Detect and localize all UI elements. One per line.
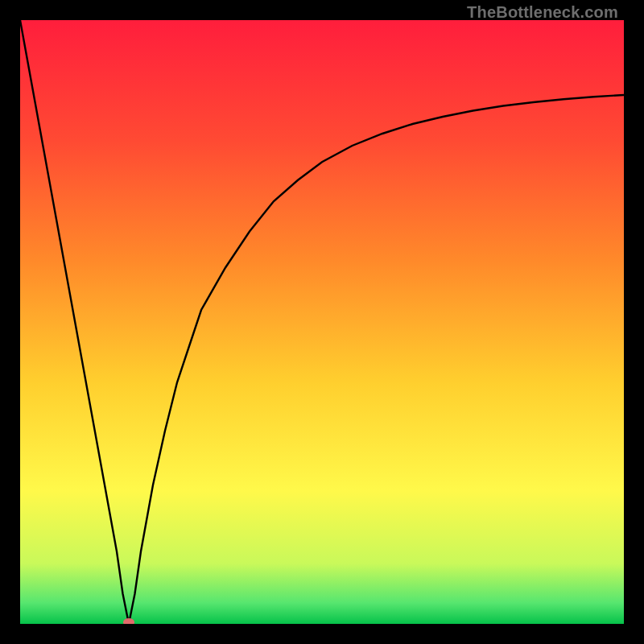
bottleneck-plot [20, 20, 624, 624]
chart-frame [20, 20, 624, 624]
watermark-text: TheBottleneck.com [467, 3, 618, 22]
gradient-background [20, 20, 624, 624]
